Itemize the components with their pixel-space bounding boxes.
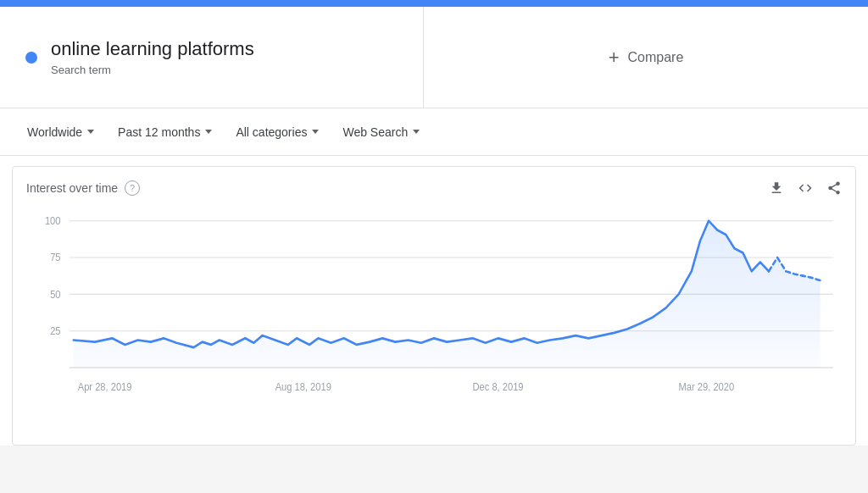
chart-area: 100 75 50 25 Apr 28, 2019 Aug 18, 2019 D… xyxy=(26,202,842,423)
chart-actions xyxy=(769,180,842,196)
chart-section: Interest over time ? xyxy=(12,166,856,446)
filter-category[interactable]: All categories xyxy=(225,119,329,146)
trend-chart: 100 75 50 25 Apr 28, 2019 Aug 18, 2019 D… xyxy=(26,202,842,423)
chart-header: Interest over time ? xyxy=(26,180,842,196)
search-row: online learning platforms Search term + … xyxy=(0,7,868,108)
svg-text:100: 100 xyxy=(45,216,61,226)
svg-text:75: 75 xyxy=(50,252,60,263)
download-icon xyxy=(769,180,784,196)
compare-plus-icon: + xyxy=(609,47,620,69)
share-icon xyxy=(826,180,842,196)
search-term-sub: Search term xyxy=(51,64,254,76)
top-bar xyxy=(0,0,868,7)
chevron-down-icon xyxy=(205,130,212,134)
filter-location[interactable]: Worldwide xyxy=(17,119,104,146)
compare-button[interactable]: + Compare xyxy=(424,7,868,108)
embed-button[interactable] xyxy=(798,180,813,196)
main-container: online learning platforms Search term + … xyxy=(0,7,868,446)
filter-category-label: All categories xyxy=(236,125,307,139)
svg-text:50: 50 xyxy=(50,289,60,299)
svg-text:Mar 29, 2020: Mar 29, 2020 xyxy=(679,382,735,392)
filters-row: Worldwide Past 12 months All categories … xyxy=(0,108,868,156)
share-button[interactable] xyxy=(826,180,842,196)
svg-text:Dec 8, 2019: Dec 8, 2019 xyxy=(473,382,524,392)
search-text-content: online learning platforms Search term xyxy=(51,38,254,76)
download-button[interactable] xyxy=(769,180,784,196)
svg-text:25: 25 xyxy=(50,326,60,336)
search-term-main: online learning platforms xyxy=(51,38,254,60)
chevron-down-icon xyxy=(312,130,319,134)
filter-location-label: Worldwide xyxy=(27,125,82,139)
chart-title: Interest over time xyxy=(26,181,118,195)
search-term-box: online learning platforms Search term xyxy=(0,7,424,108)
chart-title-area: Interest over time ? xyxy=(26,180,140,196)
filter-type-label: Web Search xyxy=(342,125,408,139)
embed-icon xyxy=(798,180,813,196)
filter-time[interactable]: Past 12 months xyxy=(108,119,222,146)
filter-type[interactable]: Web Search xyxy=(332,119,430,146)
chevron-down-icon xyxy=(413,130,420,134)
svg-text:Aug 18, 2019: Aug 18, 2019 xyxy=(275,382,331,392)
chevron-down-icon xyxy=(87,130,94,134)
search-term-dot xyxy=(25,52,37,64)
compare-label: Compare xyxy=(628,50,684,65)
svg-text:Apr 28, 2019: Apr 28, 2019 xyxy=(78,382,132,392)
help-icon[interactable]: ? xyxy=(125,180,140,196)
filter-time-label: Past 12 months xyxy=(118,125,200,139)
